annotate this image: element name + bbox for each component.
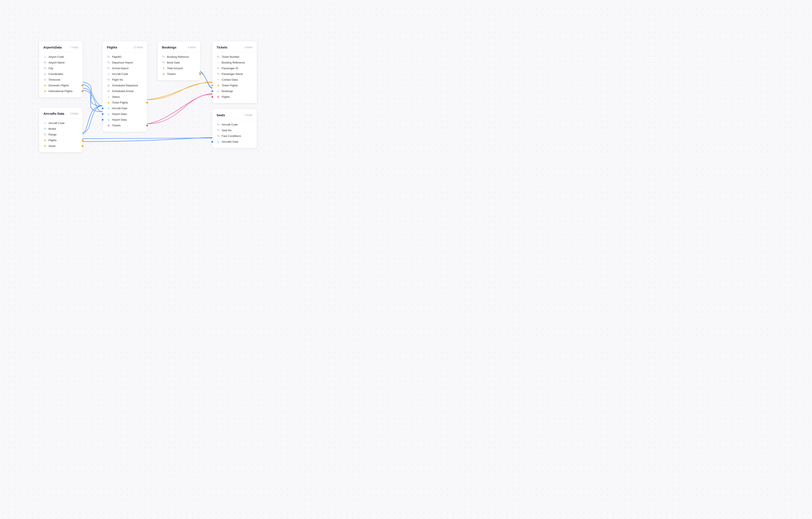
field-airport-data-2: ↳ Airport Data	[103, 117, 147, 122]
text-icon: Tↄ	[107, 56, 110, 58]
field-label: Seat No	[222, 129, 232, 132]
field-booking-reference: ○ Booking Reference	[212, 60, 257, 65]
relation-arrow-icon: ↳	[107, 107, 110, 110]
field-label: Contact Data	[222, 78, 238, 81]
card-header-tickets: Tickets 8 fields	[212, 46, 257, 52]
text-icon: Tↄ	[216, 73, 220, 75]
field-label: Aircraft Code	[49, 121, 64, 125]
connection-dot-left	[102, 119, 104, 121]
relation-icon: ✿	[44, 145, 47, 147]
connection-dot-right	[146, 102, 148, 104]
field-airport-name: Tↄ Airport Name	[39, 60, 83, 65]
field-range: Tↄ Range	[39, 132, 83, 137]
card-title-tickets: Tickets	[216, 46, 227, 49]
text-icon: Tↄ	[216, 129, 220, 132]
connection-dot-right	[199, 73, 201, 75]
connection-dot-left	[102, 108, 104, 109]
connection-dot-left	[211, 141, 213, 143]
card-header-seats: Seats 4 fields	[212, 113, 257, 120]
field-contact-data: <> Contact Data	[212, 77, 257, 83]
text-icon: Tↄ	[107, 79, 110, 81]
field-aircraft-code: ∞ Aircraft Code	[39, 120, 83, 126]
field-label: Tickets	[167, 73, 176, 76]
field-label: Airport Code	[49, 55, 64, 58]
aircrafts-data-card: Aircrafts Data 5 fields ∞ Aircraft Code …	[39, 108, 83, 152]
field-passenger-id: Tↄ Passenger ID	[212, 65, 257, 71]
field-label: Aircraft Code	[222, 123, 238, 126]
field-flightid: Tↄ FlightID	[103, 54, 147, 60]
field-label: Departure Airport	[112, 61, 133, 64]
field-fare-conditions: Tↄ Fare Conditions	[212, 133, 257, 139]
text-icon: Tↄ	[216, 56, 220, 58]
field-label: Fare Conditions	[222, 135, 241, 138]
card-header-airports: ArportsData 7 fields	[39, 46, 83, 52]
text-icon: Tↄ	[162, 56, 165, 58]
field-aircraft-code-seats: Tↄ Aircraft Code	[212, 122, 257, 127]
relation-arrow-icon: ↳	[107, 113, 110, 116]
field-label: Domestic Flights	[49, 84, 69, 87]
tickets-card: Tickets 8 fields Tↄ Ticket Number ○ Book…	[212, 41, 257, 103]
field-label: Model	[49, 127, 56, 131]
relation-icon-pink: ✿	[216, 95, 220, 98]
infinity-icon: ∞	[44, 55, 47, 58]
field-flights: ✿ Flights	[39, 137, 83, 143]
text-icon: Tↄ	[44, 133, 47, 136]
connection-dot-left	[211, 85, 213, 86]
field-label: Tickets	[112, 124, 121, 127]
relation-icon: ✿	[44, 90, 47, 93]
field-tickets-flights: ✿ Tickets	[103, 122, 147, 128]
relation-icon: ✿	[107, 101, 110, 104]
card-title-aircrafts: Aircrafts Data	[44, 112, 64, 115]
field-flights-tickets: ✿ Flights	[212, 94, 257, 100]
card-fields-aircrafts: 5 fields	[70, 112, 78, 115]
field-total-amount: $ Total Amount	[158, 65, 200, 71]
relation-arrow-icon: ↳	[216, 90, 220, 93]
text-icon: Tↄ	[216, 123, 220, 126]
email-icon: ✉	[44, 73, 47, 76]
connection-dot-right	[82, 85, 83, 86]
infinity-icon: ∞	[107, 73, 110, 76]
field-label: Airport Name	[49, 61, 65, 64]
dollar-icon: $	[162, 67, 165, 70]
field-airport-data-1: ↳ Airport Data	[103, 111, 147, 117]
field-label: International Flights	[49, 89, 72, 93]
field-label: Book Date	[167, 61, 180, 64]
field-label: Booking Reference	[222, 61, 245, 64]
connection-dot-right	[82, 90, 83, 92]
card-header-bookings: Bookings 4 fields	[158, 46, 200, 52]
field-timezone: ✆ Timezone	[39, 77, 83, 83]
field-label: Status	[112, 95, 120, 98]
text-icon: Tↄ	[107, 67, 110, 69]
field-arrival-airport: Tↄ Arrival Airport	[103, 65, 147, 71]
field-label: Aircrafts Data	[222, 140, 238, 143]
field-flight-no: Tↄ Flight No	[103, 77, 147, 83]
card-title-airports: ArportsData	[44, 46, 62, 49]
flights-card: Flights 13 fields Tↄ FlightID Tↄ Departu…	[103, 41, 147, 132]
field-label: Passenger Name	[222, 73, 243, 76]
bookings-card: Bookings 4 fields Tↄ Booking Refrence Tↄ…	[158, 41, 200, 80]
field-coordinates: ✉ Coordinates	[39, 71, 83, 77]
field-label: Passenger ID	[222, 67, 238, 70]
card-header-aircrafts: Aircrafts Data 5 fields	[39, 112, 83, 118]
field-label: Arrival Airport	[112, 67, 128, 70]
circle-icon: ○	[216, 61, 220, 64]
field-label: Aircraft Code	[112, 73, 128, 76]
field-label: Aircraft Data	[112, 107, 127, 110]
field-city: Tↄ City	[39, 65, 83, 71]
relation-arrow-icon: ↳	[107, 118, 110, 121]
field-label: Scheduled Departure	[112, 84, 138, 87]
field-label: Timezone	[49, 78, 61, 81]
relation-icon: ✿	[44, 139, 47, 142]
field-label: City	[49, 67, 53, 70]
field-ticket-flights: ✿ Ticket Flights	[103, 100, 147, 106]
card-fields-airports: 7 fields	[70, 46, 78, 49]
connection-dot-right	[82, 145, 83, 147]
text-icon: Tↄ	[162, 61, 165, 64]
seats-card: Seats 4 fields Tↄ Aircraft Code Tↄ Seat …	[212, 109, 257, 148]
field-label: Booking Refrence	[167, 55, 189, 58]
card-fields-tickets: 8 fields	[244, 46, 253, 49]
field-scheduled-arrival: ⊞ Scheduled Arrival	[103, 88, 147, 94]
field-label: Scheduled Arrival	[112, 89, 133, 93]
connection-dot-right-pink	[146, 125, 148, 126]
field-label: FlightID	[112, 55, 121, 58]
